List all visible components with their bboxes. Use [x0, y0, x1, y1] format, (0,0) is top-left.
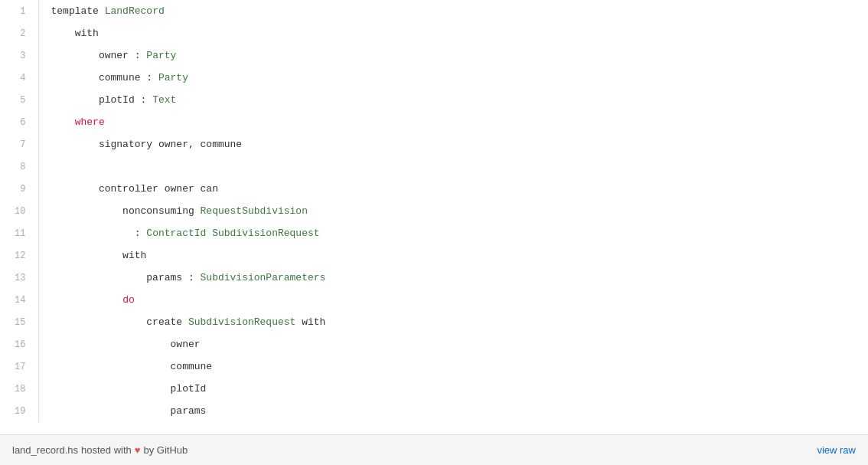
line-content	[38, 156, 868, 178]
table-row: 1template LandRecord	[0, 0, 868, 22]
line-content: where	[38, 111, 868, 133]
code-token: do	[122, 294, 135, 306]
table-row: 9 controller owner can	[0, 178, 868, 200]
line-content: with	[38, 244, 868, 267]
line-number: 18	[0, 378, 38, 400]
line-content: template LandRecord	[38, 0, 868, 22]
table-row: 2 with	[0, 22, 868, 44]
table-row: 5 plotId : Text	[0, 89, 868, 111]
line-content: controller owner can	[38, 178, 868, 200]
table-row: 11 : ContractId SubdivisionRequest	[0, 222, 868, 244]
line-number: 12	[0, 244, 38, 267]
table-row: 4 commune : Party	[0, 67, 868, 89]
code-token: Text	[152, 94, 176, 106]
line-number: 11	[0, 222, 38, 244]
filename-label: land_record.hs	[12, 444, 78, 456]
code-token: where	[75, 116, 105, 128]
table-row: 14 do	[0, 289, 868, 311]
footer: land_record.hs hosted with ♥ by GitHub v…	[0, 434, 868, 465]
table-row: 13 params : SubdivisionParameters	[0, 267, 868, 289]
hosted-text: hosted with	[81, 444, 132, 456]
line-content: do	[38, 289, 868, 311]
line-content: plotId	[38, 378, 868, 400]
code-token: SubdivisionParameters	[201, 272, 326, 283]
line-content: nonconsuming RequestSubdivision	[38, 200, 868, 222]
footer-right[interactable]: view raw	[817, 444, 856, 456]
table-row: 18 plotId	[0, 378, 868, 400]
heart-icon: ♥	[135, 444, 141, 456]
code-token: SubdivisionRequest	[188, 316, 295, 328]
line-number: 8	[0, 156, 38, 178]
line-number: 6	[0, 111, 38, 133]
line-number: 14	[0, 289, 38, 311]
line-number: 7	[0, 133, 38, 156]
table-row: 16 owner	[0, 333, 868, 355]
line-content: owner	[38, 333, 868, 355]
view-raw-link[interactable]: view raw	[817, 444, 856, 456]
line-number: 2	[0, 22, 38, 44]
code-token: LandRecord	[105, 5, 165, 17]
line-number: 19	[0, 400, 38, 422]
line-content: params : SubdivisionParameters	[38, 267, 868, 289]
table-row: 19 params	[0, 400, 868, 422]
line-number: 17	[0, 355, 38, 378]
line-number: 10	[0, 200, 38, 222]
code-token: ContractId SubdivisionRequest	[146, 228, 319, 239]
table-row: 7 signatory owner, commune	[0, 133, 868, 156]
line-number: 4	[0, 67, 38, 89]
code-table: 1template LandRecord2 with3 owner : Part…	[0, 0, 868, 422]
line-content: plotId : Text	[38, 89, 868, 111]
line-content: signatory owner, commune	[38, 133, 868, 156]
line-number: 9	[0, 178, 38, 200]
line-number: 1	[0, 0, 38, 22]
table-row: 3 owner : Party	[0, 44, 868, 67]
line-number: 15	[0, 311, 38, 333]
line-number: 16	[0, 333, 38, 355]
footer-left: land_record.hs hosted with ♥ by GitHub	[12, 444, 188, 456]
line-number: 5	[0, 89, 38, 111]
table-row: 15 create SubdivisionRequest with	[0, 311, 868, 333]
code-token: Party	[146, 50, 176, 61]
line-number: 3	[0, 44, 38, 67]
line-content: owner : Party	[38, 44, 868, 67]
line-content: commune : Party	[38, 67, 868, 89]
table-row: 8	[0, 156, 868, 178]
line-content: commune	[38, 355, 868, 378]
code-token: RequestSubdivision	[201, 205, 308, 217]
line-number: 13	[0, 267, 38, 289]
code-token: Party	[158, 72, 188, 84]
by-text: by GitHub	[143, 444, 188, 456]
line-content: params	[38, 400, 868, 422]
table-row: 17 commune	[0, 355, 868, 378]
line-content: : ContractId SubdivisionRequest	[38, 222, 868, 244]
table-row: 12 with	[0, 244, 868, 267]
table-row: 10 nonconsuming RequestSubdivision	[0, 200, 868, 222]
table-row: 6 where	[0, 111, 868, 133]
code-container: 1template LandRecord2 with3 owner : Part…	[0, 0, 868, 434]
line-content: create SubdivisionRequest with	[38, 311, 868, 333]
line-content: with	[38, 22, 868, 44]
